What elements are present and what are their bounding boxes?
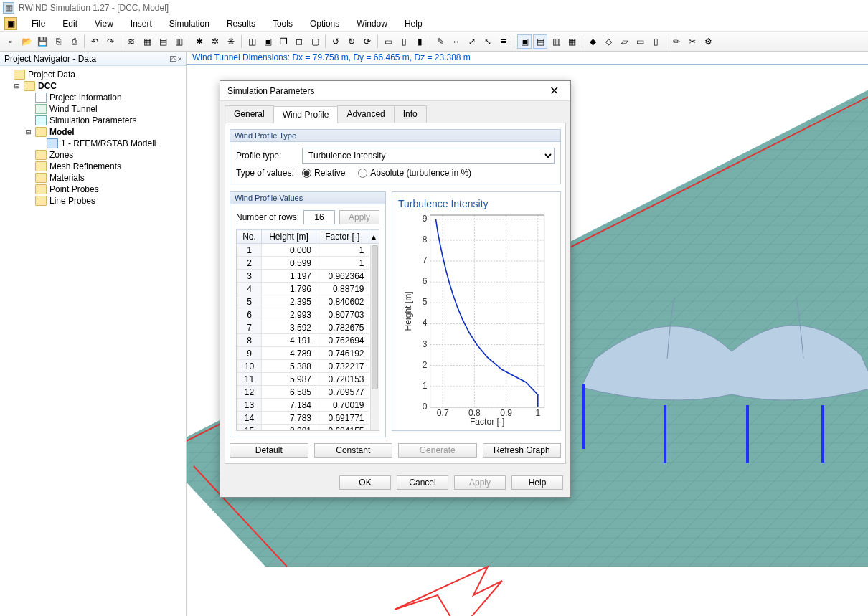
table-row[interactable]: 10.0001 — [237, 244, 379, 257]
snap-icon[interactable]: ▥ — [171, 34, 186, 49]
viewmode2-icon[interactable]: ▤ — [533, 34, 547, 49]
tool-d-icon[interactable]: ▭ — [633, 34, 647, 49]
table-row[interactable]: 158.3810.684155 — [237, 425, 379, 432]
ccw-icon[interactable]: ↺ — [329, 34, 343, 49]
mesh-icon[interactable]: ▦ — [140, 34, 154, 49]
relative-radio[interactable]: Relative — [302, 168, 345, 178]
saveall-icon[interactable]: ⎘ — [51, 34, 65, 49]
tree-project-info[interactable]: Project Information — [3, 92, 183, 103]
run2-icon[interactable]: ✲ — [208, 34, 222, 49]
pick-icon[interactable]: ✎ — [433, 34, 448, 49]
table-row[interactable]: 41.7960.88719 — [237, 283, 379, 295]
menu-file[interactable]: File — [23, 17, 54, 30]
sync-icon[interactable]: ⟳ — [360, 34, 374, 49]
tab-advanced[interactable]: Advanced — [337, 105, 394, 123]
menu-options[interactable]: Options — [301, 17, 348, 30]
tree-materials[interactable]: Materials — [3, 172, 183, 184]
table-row[interactable]: 126.5850.709577 — [237, 386, 379, 399]
wind-icon[interactable]: ≋ — [124, 34, 138, 49]
table-row[interactable]: 94.7890.746192 — [237, 347, 379, 360]
table-row[interactable]: 62.9930.807703 — [237, 308, 379, 321]
constant-button[interactable]: Constant — [314, 443, 393, 458]
scale-icon[interactable]: ⤡ — [481, 34, 495, 49]
cube-icon[interactable]: ❒ — [276, 34, 291, 49]
open-icon[interactable]: 📂 — [19, 34, 34, 49]
table-row[interactable]: 115.9870.720153 — [237, 373, 379, 386]
tree-model-child[interactable]: 1 - RFEM/RSTAB Modell — [3, 138, 183, 149]
menu-results[interactable]: Results — [218, 17, 264, 30]
table-row[interactable]: 52.3950.840602 — [237, 295, 379, 308]
tree-point-probes[interactable]: Point Probes — [3, 184, 183, 195]
col-factor[interactable]: Factor [-] — [316, 230, 369, 244]
table-row[interactable]: 137.1840.70019 — [237, 399, 379, 412]
filter-icon[interactable]: ✂ — [685, 34, 699, 49]
palette-icon[interactable]: ▮ — [412, 34, 427, 49]
tree-project[interactable]: ⊟DCC — [3, 80, 183, 92]
menu-window[interactable]: Window — [348, 17, 396, 30]
print-icon[interactable]: ⎙ — [67, 34, 81, 49]
box-icon[interactable]: ▣ — [260, 34, 275, 49]
tree-sim-params[interactable]: Simulation Parameters — [3, 115, 183, 126]
tree-model[interactable]: ⊟Model — [3, 126, 183, 138]
table-row[interactable]: 105.3880.732217 — [237, 360, 379, 373]
close-icon[interactable]: ✕ — [545, 84, 563, 98]
nav-pin-icon[interactable]: ⮹ × — [169, 55, 181, 63]
viewmode4-icon[interactable]: ▦ — [565, 34, 579, 49]
tool-b-icon[interactable]: ◇ — [601, 34, 615, 49]
refresh-graph-button[interactable]: Refresh Graph — [483, 443, 562, 458]
number-of-rows-input[interactable] — [303, 210, 335, 224]
apply-button[interactable]: Apply — [454, 475, 506, 490]
rotate-icon[interactable]: ⤢ — [465, 34, 479, 49]
profile-values-table[interactable]: No. Height [m] Factor [-] ▴ 10.000120.59… — [236, 229, 379, 431]
stack-icon[interactable]: ≣ — [496, 34, 511, 49]
generate-button[interactable]: Generate — [398, 443, 477, 458]
overlay-icon[interactable]: ▯ — [397, 34, 411, 49]
profile-type-select[interactable]: Turbulence Intensity — [302, 148, 555, 164]
table-row[interactable]: 147.7830.691771 — [237, 412, 379, 425]
run-icon[interactable]: ✱ — [192, 34, 207, 49]
table-row[interactable]: 31.1970.962364 — [237, 270, 379, 283]
menu-help[interactable]: Help — [396, 17, 431, 30]
settings-icon[interactable]: ⚙ — [701, 34, 715, 49]
cw-icon[interactable]: ↻ — [344, 34, 359, 49]
ok-button[interactable]: OK — [339, 475, 391, 490]
save-icon[interactable]: 💾 — [35, 34, 49, 49]
table-row[interactable]: 73.5920.782675 — [237, 321, 379, 334]
run3-icon[interactable]: ✳ — [224, 34, 238, 49]
tab-general[interactable]: General — [225, 105, 274, 123]
move-icon[interactable]: ↔ — [449, 34, 463, 49]
undo-icon[interactable]: ↶ — [88, 34, 102, 49]
table-row[interactable]: 20.5991 — [237, 257, 379, 270]
select-icon[interactable]: ◻ — [292, 34, 306, 49]
absolute-radio[interactable]: Absolute (turbulence in %) — [358, 168, 471, 178]
menu-insert[interactable]: Insert — [122, 17, 161, 30]
table-row[interactable]: 84.1910.762694 — [237, 334, 379, 347]
tab-wind-profile[interactable]: Wind Profile — [273, 106, 339, 123]
col-height[interactable]: Height [m] — [262, 230, 316, 244]
tree-wind-tunnel[interactable]: Wind Tunnel — [3, 103, 183, 115]
tree-zones[interactable]: Zones — [3, 149, 183, 161]
viewmode1-icon[interactable]: ▣ — [517, 34, 532, 49]
default-button[interactable]: Default — [230, 443, 308, 458]
col-no[interactable]: No. — [237, 230, 262, 244]
cancel-button[interactable]: Cancel — [397, 475, 448, 490]
apply-rows-button[interactable]: Apply — [339, 210, 379, 224]
menu-simulation[interactable]: Simulation — [161, 17, 218, 30]
tool-e-icon[interactable]: ▯ — [648, 34, 663, 49]
tree-root[interactable]: Project Data — [3, 69, 183, 80]
menu-view[interactable]: View — [86, 17, 122, 30]
redo-icon[interactable]: ↷ — [103, 34, 118, 49]
help-button[interactable]: Help — [511, 475, 563, 490]
tree-mesh[interactable]: Mesh Refinements — [3, 161, 183, 172]
viewmode3-icon[interactable]: ▥ — [549, 34, 563, 49]
layer-icon[interactable]: ▭ — [381, 34, 395, 49]
table-scrollbar[interactable] — [370, 245, 379, 430]
tool-a-icon[interactable]: ◆ — [585, 34, 600, 49]
menu-edit[interactable]: Edit — [54, 17, 86, 30]
frame-icon[interactable]: ▢ — [308, 34, 322, 49]
tree-line-probes[interactable]: Line Probes — [3, 195, 183, 207]
new-icon[interactable]: ▫ — [4, 34, 18, 49]
tool-c-icon[interactable]: ▱ — [617, 34, 631, 49]
menu-tools[interactable]: Tools — [264, 17, 301, 30]
grid-icon[interactable]: ▤ — [156, 34, 170, 49]
